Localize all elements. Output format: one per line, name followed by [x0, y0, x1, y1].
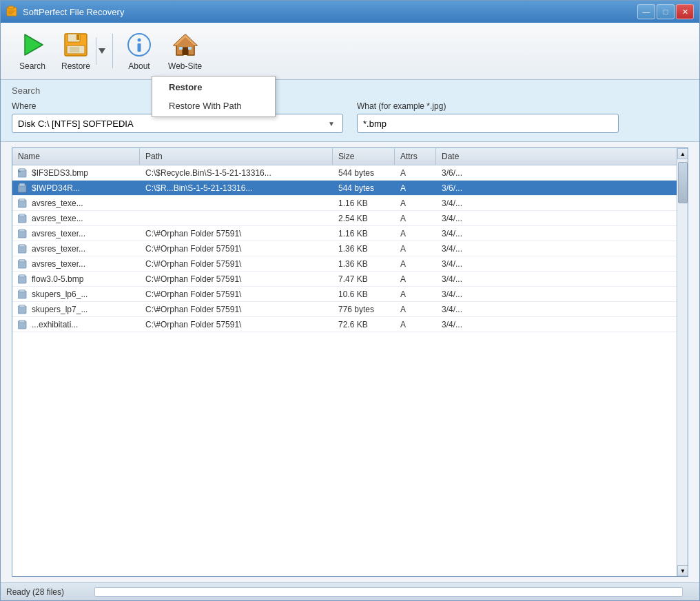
- col-header-size[interactable]: Size: [333, 148, 395, 165]
- table-row[interactable]: avsres_texe... 1.16 KB A 3/4/...: [12, 196, 688, 211]
- cell-attrs: A: [395, 303, 436, 316]
- what-label: What (for example *.jpg): [357, 101, 688, 111]
- cell-size: 72.6 KB: [333, 318, 395, 331]
- cell-path: [140, 217, 333, 220]
- table-row[interactable]: avsres_texe... 2.54 KB A 3/4/...: [12, 211, 688, 226]
- file-icon: [18, 259, 29, 269]
- cell-date: 3/6/...: [436, 182, 688, 194]
- cell-date: 3/4/...: [436, 273, 688, 285]
- restore-dropdown-button[interactable]: [96, 37, 107, 65]
- file-icon: [18, 274, 29, 284]
- cell-size: 10.6 KB: [333, 288, 395, 300]
- cell-attrs: A: [395, 197, 436, 210]
- cell-name: flow3.0-5.bmp: [12, 273, 140, 285]
- cell-path: C:\#Orphan Folder 57591\: [140, 243, 333, 255]
- website-toolbar-label: Web-Site: [168, 61, 202, 71]
- scrollbar-thumb[interactable]: [678, 162, 688, 203]
- table-row[interactable]: avsres_texer... C:\#Orphan Folder 57591\…: [12, 226, 688, 241]
- cell-name: skupers_lp7_...: [12, 303, 140, 316]
- cell-attrs: A: [395, 318, 436, 331]
- svg-rect-35: [19, 259, 25, 262]
- where-dropdown-arrow: ▼: [326, 118, 337, 129]
- svg-rect-29: [19, 214, 25, 216]
- toolbar: Search Restore: [1, 23, 699, 80]
- cell-name: $IWPD34R...: [12, 182, 140, 194]
- results-container: Name Path Size Attrs Date $IF3EDS: [12, 147, 688, 577]
- cell-name: avsres_texe...: [12, 197, 140, 210]
- cell-date: 3/4/...: [436, 258, 688, 270]
- cell-attrs: A: [395, 182, 436, 194]
- cell-path: [140, 202, 333, 205]
- minimize-button[interactable]: —: [637, 4, 655, 19]
- search-toolbar-label: Search: [19, 61, 45, 71]
- about-toolbar-button[interactable]: About: [119, 28, 160, 74]
- website-toolbar-icon: [172, 31, 199, 59]
- scrollbar-up-button[interactable]: ▲: [677, 148, 688, 159]
- statusbar: Ready (28 files): [1, 582, 699, 600]
- search-fields: Where Disk C:\ [NTFS] SOFTPEDIA ▼ What (…: [12, 101, 688, 133]
- what-input[interactable]: [357, 114, 619, 133]
- cell-name: avsres_texer...: [12, 243, 140, 255]
- table-row[interactable]: skupers_lp6_... C:\#Orphan Folder 57591\…: [12, 287, 688, 302]
- col-header-attrs[interactable]: Attrs: [395, 148, 436, 165]
- file-icon: [18, 168, 29, 178]
- table-row[interactable]: ...exhibitati... C:\#Orphan Folder 57591…: [12, 317, 688, 332]
- restore-toolbar-button[interactable]: Restore: [56, 28, 96, 74]
- results-area: Name Path Size Attrs Date $IF3EDS: [1, 142, 699, 582]
- cell-attrs: A: [395, 167, 436, 179]
- website-toolbar-button[interactable]: Web-Site: [163, 28, 207, 74]
- cell-attrs: A: [395, 258, 436, 270]
- col-header-name[interactable]: Name: [12, 148, 140, 165]
- col-header-path[interactable]: Path: [140, 148, 333, 165]
- svg-rect-19: [179, 47, 183, 50]
- table-row[interactable]: skupers_lp7_... C:\#Orphan Folder 57591\…: [12, 302, 688, 317]
- file-icon: [18, 183, 29, 193]
- svg-rect-20: [188, 47, 192, 50]
- file-icon: [18, 305, 29, 314]
- cell-attrs: A: [395, 273, 436, 285]
- table-row[interactable]: flow3.0-5.bmp C:\#Orphan Folder 57591\ 7…: [12, 272, 688, 287]
- table-row[interactable]: $IF3EDS3.bmp C:\$Recycle.Bin\S-1-5-21-13…: [12, 165, 688, 181]
- cell-date: 3/4/...: [436, 303, 688, 316]
- restore-toolbar-icon: [62, 31, 90, 59]
- cell-name: $IF3EDS3.bmp: [12, 167, 140, 179]
- cell-date: 3/4/...: [436, 197, 688, 210]
- search-panel-title: Search: [12, 85, 688, 96]
- cell-size: 2.54 KB: [333, 212, 395, 225]
- scrollbar[interactable]: ▲ ▼: [677, 148, 688, 576]
- svg-rect-25: [19, 183, 25, 186]
- cell-path: C:\#Orphan Folder 57591\: [140, 288, 333, 300]
- cell-name: avsres_texe...: [12, 212, 140, 225]
- table-header: Name Path Size Attrs Date: [12, 148, 688, 165]
- scrollbar-down-button[interactable]: ▼: [677, 565, 688, 576]
- cell-path: C:\#Orphan Folder 57591\: [140, 303, 333, 316]
- file-icon: [18, 214, 29, 223]
- cell-attrs: A: [395, 243, 436, 255]
- table-row[interactable]: avsres_texer... C:\#Orphan Folder 57591\…: [12, 241, 688, 256]
- what-field-group: What (for example *.jpg): [357, 101, 688, 133]
- svg-rect-14: [138, 43, 141, 52]
- search-toolbar-icon: [19, 31, 46, 59]
- cell-size: 544 bytes: [333, 167, 395, 179]
- search-toolbar-button[interactable]: Search: [12, 28, 53, 74]
- window-title: SoftPerfect File Recovery: [23, 7, 637, 17]
- cell-date: 3/4/...: [436, 243, 688, 255]
- svg-rect-31: [19, 229, 25, 232]
- table-row[interactable]: avsres_texer... C:\#Orphan Folder 57591\…: [12, 256, 688, 272]
- svg-rect-33: [19, 244, 25, 247]
- cell-name: ...exhibitati...: [12, 318, 140, 331]
- cell-size: 1.36 KB: [333, 243, 395, 255]
- svg-rect-10: [70, 47, 79, 52]
- svg-rect-41: [19, 305, 25, 307]
- cell-path: C:\#Orphan Folder 57591\: [140, 273, 333, 285]
- svg-point-13: [138, 39, 141, 42]
- file-icon: [18, 198, 29, 208]
- maximize-button[interactable]: □: [657, 4, 675, 19]
- close-button[interactable]: ✕: [676, 4, 694, 19]
- window-controls: — □ ✕: [637, 4, 694, 19]
- col-header-date[interactable]: Date: [436, 148, 688, 165]
- table-row[interactable]: $IWPD34R... C:\$R...Bin\S-1-5-21-13316..…: [12, 181, 688, 196]
- cell-name: avsres_texer...: [12, 227, 140, 240]
- cell-size: 544 bytes: [333, 182, 395, 194]
- search-panel: Search Where Disk C:\ [NTFS] SOFTPEDIA ▼…: [1, 80, 699, 142]
